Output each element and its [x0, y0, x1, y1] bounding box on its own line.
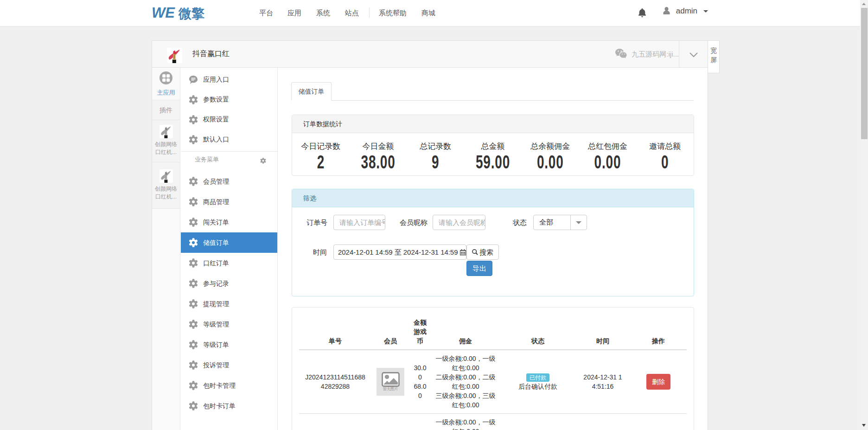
svg-text:WE: WE — [152, 6, 175, 20]
svg-text:微擎: 微擎 — [178, 6, 204, 20]
